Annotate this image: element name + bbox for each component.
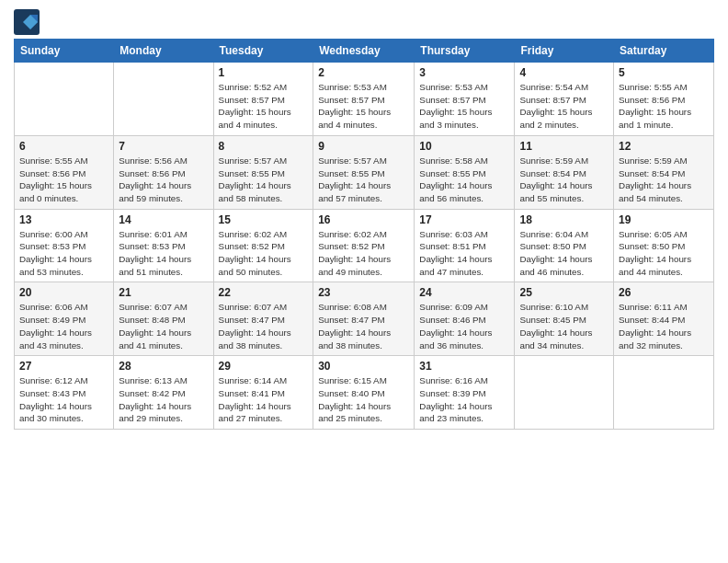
calendar-week-5: 27Sunrise: 6:12 AM Sunset: 8:43 PM Dayli… [15,356,714,430]
day-number: 28 [119,360,208,373]
calendar-week-1: 1Sunrise: 5:52 AM Sunset: 8:57 PM Daylig… [15,63,714,136]
day-number: 15 [219,213,309,226]
day-number: 3 [419,66,509,79]
calendar-cell: 24Sunrise: 6:09 AM Sunset: 8:46 PM Dayli… [415,282,515,356]
day-info: Sunrise: 5:57 AM Sunset: 8:55 PM Dayligh… [318,155,409,205]
day-number: 26 [619,286,709,299]
calendar-cell [114,63,213,136]
day-info: Sunrise: 6:15 AM Sunset: 8:40 PM Dayligh… [318,374,409,425]
day-number: 9 [318,140,409,153]
calendar-cell [15,63,114,136]
day-number: 17 [419,213,509,226]
calendar-cell: 28Sunrise: 6:13 AM Sunset: 8:42 PM Dayli… [114,356,213,430]
calendar-cell: 21Sunrise: 6:07 AM Sunset: 8:48 PM Dayli… [114,282,213,356]
day-number: 13 [19,213,108,226]
day-info: Sunrise: 6:06 AM Sunset: 8:49 PM Dayligh… [19,301,108,351]
calendar-cell: 30Sunrise: 6:15 AM Sunset: 8:40 PM Dayli… [313,356,415,430]
day-number: 27 [19,360,108,373]
day-info: Sunrise: 5:55 AM Sunset: 8:56 PM Dayligh… [19,155,108,205]
day-number: 7 [119,140,208,153]
calendar-cell [515,356,614,430]
day-info: Sunrise: 5:56 AM Sunset: 8:56 PM Dayligh… [119,155,208,205]
weekday-header-monday: Monday [114,40,213,63]
calendar-cell: 16Sunrise: 6:02 AM Sunset: 8:52 PM Dayli… [313,209,415,282]
day-number: 8 [219,140,309,153]
day-number: 30 [318,360,409,373]
calendar-cell: 23Sunrise: 6:08 AM Sunset: 8:47 PM Dayli… [313,282,415,356]
day-number: 12 [619,140,709,153]
weekday-header-row: SundayMondayTuesdayWednesdayThursdayFrid… [15,40,714,63]
day-info: Sunrise: 5:55 AM Sunset: 8:56 PM Dayligh… [619,81,709,132]
weekday-header-thursday: Thursday [415,40,515,63]
day-info: Sunrise: 6:01 AM Sunset: 8:53 PM Dayligh… [119,228,208,279]
calendar-cell: 7Sunrise: 5:56 AM Sunset: 8:56 PM Daylig… [114,135,213,209]
day-info: Sunrise: 6:02 AM Sunset: 8:52 PM Dayligh… [219,228,309,279]
calendar-cell: 13Sunrise: 6:00 AM Sunset: 8:53 PM Dayli… [15,209,114,282]
day-info: Sunrise: 5:53 AM Sunset: 8:57 PM Dayligh… [318,81,409,132]
day-info: Sunrise: 6:05 AM Sunset: 8:50 PM Dayligh… [619,228,709,279]
calendar-cell: 8Sunrise: 5:57 AM Sunset: 8:55 PM Daylig… [213,135,313,209]
day-info: Sunrise: 6:14 AM Sunset: 8:41 PM Dayligh… [219,374,309,425]
calendar-table: SundayMondayTuesdayWednesdayThursdayFrid… [14,39,714,430]
weekday-header-wednesday: Wednesday [313,40,415,63]
calendar-week-3: 13Sunrise: 6:00 AM Sunset: 8:53 PM Dayli… [15,209,714,282]
calendar-cell: 1Sunrise: 5:52 AM Sunset: 8:57 PM Daylig… [213,63,313,136]
day-number: 1 [219,66,309,79]
day-info: Sunrise: 6:08 AM Sunset: 8:47 PM Dayligh… [318,301,409,351]
calendar-cell: 9Sunrise: 5:57 AM Sunset: 8:55 PM Daylig… [313,135,415,209]
day-info: Sunrise: 6:11 AM Sunset: 8:44 PM Dayligh… [619,301,709,351]
day-info: Sunrise: 6:10 AM Sunset: 8:45 PM Dayligh… [519,301,609,351]
calendar-cell: 29Sunrise: 6:14 AM Sunset: 8:41 PM Dayli… [213,356,313,430]
calendar-cell: 15Sunrise: 6:02 AM Sunset: 8:52 PM Dayli… [213,209,313,282]
day-info: Sunrise: 5:59 AM Sunset: 8:54 PM Dayligh… [519,155,609,205]
day-info: Sunrise: 5:57 AM Sunset: 8:55 PM Dayligh… [219,155,309,205]
calendar-cell: 31Sunrise: 6:16 AM Sunset: 8:39 PM Dayli… [415,356,515,430]
day-info: Sunrise: 6:07 AM Sunset: 8:47 PM Dayligh… [219,301,309,351]
calendar-cell: 18Sunrise: 6:04 AM Sunset: 8:50 PM Dayli… [515,209,614,282]
day-number: 24 [419,286,509,299]
calendar-week-2: 6Sunrise: 5:55 AM Sunset: 8:56 PM Daylig… [15,135,714,209]
calendar-cell: 4Sunrise: 5:54 AM Sunset: 8:57 PM Daylig… [515,63,614,136]
day-info: Sunrise: 6:00 AM Sunset: 8:53 PM Dayligh… [19,228,108,279]
calendar-cell: 6Sunrise: 5:55 AM Sunset: 8:56 PM Daylig… [15,135,114,209]
day-info: Sunrise: 5:59 AM Sunset: 8:54 PM Dayligh… [619,155,709,205]
day-info: Sunrise: 6:09 AM Sunset: 8:46 PM Dayligh… [419,301,509,351]
logo-icon [14,9,40,35]
calendar-cell: 20Sunrise: 6:06 AM Sunset: 8:49 PM Dayli… [15,282,114,356]
day-number: 2 [318,66,409,79]
day-number: 18 [519,213,609,226]
weekday-header-friday: Friday [515,40,614,63]
weekday-header-tuesday: Tuesday [213,40,313,63]
day-info: Sunrise: 5:58 AM Sunset: 8:55 PM Dayligh… [419,155,509,205]
day-number: 19 [619,213,709,226]
calendar-cell: 26Sunrise: 6:11 AM Sunset: 8:44 PM Dayli… [614,282,714,356]
day-info: Sunrise: 6:13 AM Sunset: 8:42 PM Dayligh… [119,374,208,425]
calendar-cell: 12Sunrise: 5:59 AM Sunset: 8:54 PM Dayli… [614,135,714,209]
calendar-cell: 25Sunrise: 6:10 AM Sunset: 8:45 PM Dayli… [515,282,614,356]
day-number: 21 [119,286,208,299]
day-number: 10 [419,140,509,153]
calendar-cell: 14Sunrise: 6:01 AM Sunset: 8:53 PM Dayli… [114,209,213,282]
day-number: 23 [318,286,409,299]
day-number: 11 [519,140,609,153]
day-number: 31 [419,360,509,373]
day-info: Sunrise: 6:02 AM Sunset: 8:52 PM Dayligh… [318,228,409,279]
day-number: 20 [19,286,108,299]
weekday-header-sunday: Sunday [15,40,114,63]
logo [14,9,43,35]
day-info: Sunrise: 5:54 AM Sunset: 8:57 PM Dayligh… [519,81,609,132]
calendar-cell [614,356,714,430]
day-info: Sunrise: 6:04 AM Sunset: 8:50 PM Dayligh… [519,228,609,279]
day-number: 25 [519,286,609,299]
day-number: 16 [318,213,409,226]
calendar-cell: 2Sunrise: 5:53 AM Sunset: 8:57 PM Daylig… [313,63,415,136]
day-number: 29 [219,360,309,373]
header [14,9,714,35]
calendar-cell: 27Sunrise: 6:12 AM Sunset: 8:43 PM Dayli… [15,356,114,430]
day-number: 14 [119,213,208,226]
day-info: Sunrise: 5:53 AM Sunset: 8:57 PM Dayligh… [419,81,509,132]
day-number: 4 [519,66,609,79]
day-number: 5 [619,66,709,79]
day-info: Sunrise: 6:12 AM Sunset: 8:43 PM Dayligh… [19,374,108,425]
calendar-cell: 3Sunrise: 5:53 AM Sunset: 8:57 PM Daylig… [415,63,515,136]
